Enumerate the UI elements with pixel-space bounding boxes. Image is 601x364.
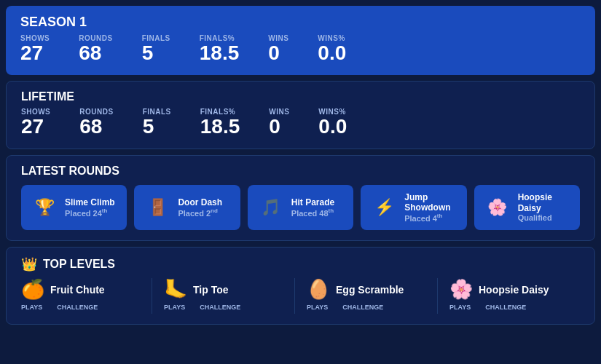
level-name: Fruit Chute [50, 284, 105, 296]
lifetime-finals-stat: FINALS 5 [143, 108, 171, 138]
round-name: Slime Climb [65, 197, 115, 207]
level-card: 🦶Tip ToePLAYSCHALLENGE [164, 278, 295, 314]
level-challenge-label: CHALLENGE [200, 304, 240, 311]
round-name: Door Dash [178, 197, 222, 207]
top-levels-section: 👑 TOP LEVELS 🍊Fruit ChutePLAYSCHALLENGE🦶… [6, 247, 595, 325]
lifetime-wins-value: 0 [269, 116, 289, 138]
level-plays-label: PLAYS [164, 304, 185, 311]
round-card: 🏆Slime ClimbPlaced 24th [21, 185, 127, 230]
season-wins-value: 0 [268, 42, 288, 65]
season-finalspct-value: 18.5 [200, 42, 240, 65]
level-icon: 🍊 [21, 278, 44, 301]
level-icon: 🥚 [307, 278, 330, 301]
season-wins-stat: WINS 0 [268, 34, 288, 65]
season-winspct-value: 0.0 [318, 42, 346, 65]
round-icon: 🏆 [31, 194, 58, 221]
lifetime-finals-value: 5 [143, 116, 171, 138]
lifetime-stats-row: SHOWS 27 ROUNDS 68 FINALS 5 FINALS% 18.5… [21, 108, 580, 138]
lifetime-shows-stat: SHOWS 27 [21, 108, 50, 138]
round-icon: ⚡ [371, 194, 397, 221]
level-plays-label: PLAYS [307, 304, 328, 311]
season-finals-value: 5 [142, 42, 170, 65]
level-challenge-label: CHALLENGE [485, 304, 526, 311]
lifetime-winspct-value: 0.0 [318, 116, 347, 138]
round-name: Hit Parade [291, 197, 334, 207]
lifetime-finalspct-stat: FINALS% 18.5 [200, 108, 240, 138]
season-finalspct-stat: FINALS% 18.5 [200, 34, 240, 65]
crown-icon: 👑 [21, 256, 37, 272]
season-stats-row: SHOWS 27 ROUNDS 68 FINALS 5 FINALS% 18.5… [20, 34, 581, 65]
level-challenge-label: CHALLENGE [57, 304, 98, 311]
season-rounds-stat: ROUNDS 68 [79, 34, 112, 65]
round-place: Placed 24th [65, 207, 115, 218]
level-card: 🍊Fruit ChutePLAYSCHALLENGE [21, 278, 152, 314]
season-rounds-value: 68 [79, 42, 112, 65]
level-stats-labels: PLAYSCHALLENGE [449, 304, 568, 311]
round-icon: 🚪 [144, 194, 170, 221]
level-stats-labels: PLAYSCHALLENGE [164, 304, 283, 311]
lifetime-rounds-value: 68 [79, 116, 113, 138]
round-icon: 🎵 [258, 194, 284, 221]
latest-rounds-section: LATEST ROUNDS 🏆Slime ClimbPlaced 24th🚪Do… [6, 155, 595, 241]
level-header: 🥚Egg Scramble [307, 278, 425, 301]
level-challenge-label: CHALLENGE [342, 304, 383, 311]
round-icon: 🌸 [484, 194, 511, 221]
levels-row: 🍊Fruit ChutePLAYSCHALLENGE🦶Tip ToePLAYSC… [21, 278, 580, 314]
rounds-row: 🏆Slime ClimbPlaced 24th🚪Door DashPlaced … [21, 185, 580, 230]
round-card: 🎵Hit ParadePlaced 48th [248, 185, 353, 230]
level-plays-label: PLAYS [21, 304, 42, 311]
round-name: Jump Showdown [404, 192, 456, 213]
season-winspct-stat: WINS% 0.0 [318, 34, 346, 65]
season-finals-stat: FINALS 5 [142, 34, 170, 65]
round-info: Door DashPlaced 2nd [178, 197, 222, 218]
lifetime-wins-stat: WINS 0 [269, 108, 289, 138]
level-name: Hoopsie Daisy [479, 284, 549, 296]
level-stats-labels: PLAYSCHALLENGE [307, 304, 425, 311]
level-stats-labels: PLAYSCHALLENGE [21, 304, 140, 311]
level-icon: 🦶 [164, 278, 187, 301]
level-plays-label: PLAYS [449, 304, 471, 311]
lifetime-winspct-stat: WINS% 0.0 [318, 108, 347, 138]
round-place: Placed 4th [404, 213, 456, 223]
round-place: Qualified [518, 213, 570, 222]
round-info: Hit ParadePlaced 48th [291, 197, 334, 218]
latest-rounds-title: LATEST ROUNDS [21, 165, 580, 178]
round-card: ⚡Jump ShowdownPlaced 4th [361, 185, 466, 230]
level-card: 🥚Egg ScramblePLAYSCHALLENGE [307, 278, 438, 314]
round-place: Placed 48th [291, 207, 334, 218]
round-place: Placed 2nd [178, 207, 222, 218]
round-info: Slime ClimbPlaced 24th [65, 197, 115, 218]
round-card: 🚪Door DashPlaced 2nd [134, 185, 240, 230]
round-info: Hoopsie DaisyQualified [518, 192, 570, 222]
lifetime-shows-value: 27 [21, 116, 50, 138]
round-card: 🌸Hoopsie DaisyQualified [474, 185, 580, 230]
lifetime-finalspct-value: 18.5 [200, 116, 240, 138]
lifetime-title: LIFETIME [21, 90, 580, 103]
level-header: 🌸Hoopsie Daisy [449, 278, 568, 301]
lifetime-section: LIFETIME SHOWS 27 ROUNDS 68 FINALS 5 FIN… [6, 81, 595, 149]
round-name: Hoopsie Daisy [518, 192, 570, 213]
level-header: 🍊Fruit Chute [21, 278, 140, 301]
lifetime-rounds-stat: ROUNDS 68 [79, 108, 113, 138]
level-name: Tip Toe [193, 284, 228, 296]
season-section: SEASON 1 SHOWS 27 ROUNDS 68 FINALS 5 FIN… [6, 6, 595, 75]
level-name: Egg Scramble [336, 284, 404, 296]
level-card: 🌸Hoopsie DaisyPLAYSCHALLENGE [449, 278, 580, 314]
top-levels-title: 👑 TOP LEVELS [21, 256, 580, 272]
level-icon: 🌸 [449, 278, 473, 301]
season-shows-value: 27 [20, 42, 50, 65]
season-title: SEASON 1 [20, 15, 581, 30]
season-shows-stat: SHOWS 27 [20, 34, 50, 65]
level-header: 🦶Tip Toe [164, 278, 283, 301]
round-info: Jump ShowdownPlaced 4th [404, 192, 456, 223]
